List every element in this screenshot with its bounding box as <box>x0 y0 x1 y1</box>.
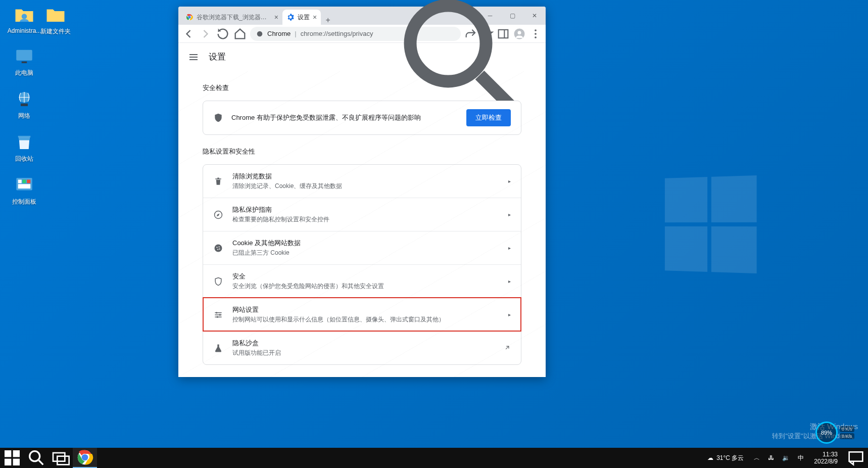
omnibox-path: chrome://settings/privacy <box>301 30 373 37</box>
row-subtitle: 试用版功能已开启 <box>232 349 495 357</box>
svg-point-29 <box>216 312 217 313</box>
svg-rect-4 <box>21 104 28 106</box>
privacy-row-flask[interactable]: 隐私沙盒试用版功能已开启 <box>203 331 521 364</box>
ime-indicator[interactable]: 中 <box>796 454 806 462</box>
notification-center-icon[interactable] <box>846 448 866 468</box>
cpu-circle: 89% <box>815 422 838 444</box>
control-panel-icon <box>14 174 35 196</box>
privacy-row-shield-outline[interactable]: 安全安全浏览（保护您免受危险网站的侵害）和其他安全设置▸ <box>203 264 521 298</box>
svg-point-12 <box>188 16 190 18</box>
tray-chevron-icon[interactable]: ︿ <box>752 454 762 462</box>
user-folder-icon <box>14 4 35 25</box>
desktop-icon-label: 回收站 <box>15 155 33 163</box>
forward-button[interactable] <box>199 27 213 41</box>
svg-rect-32 <box>5 450 11 457</box>
tab-title: 谷歌浏览器下载_浏览器官网入口 <box>197 13 271 22</box>
desktop-icon-label: 网络 <box>18 112 30 120</box>
svg-rect-38 <box>53 453 65 461</box>
privacy-row-cookie[interactable]: Cookie 及其他网站数据已阻止第三方 Cookie▸ <box>203 231 521 264</box>
desktop-icon-label: Administra... <box>8 27 41 34</box>
privacy-row-trash[interactable]: 清除浏览数据清除浏览记录、Cookie、缓存及其他数据▸ <box>203 165 521 198</box>
safety-check-card: Chrome 有助于保护您免受数据泄露、不良扩展程序等问题的影响 立即检查 <box>203 101 521 135</box>
chrome-chip-icon <box>256 30 263 37</box>
netspeed-widget[interactable]: 89% 0 K/s 0 K/s <box>815 420 866 445</box>
svg-point-26 <box>219 246 220 247</box>
svg-rect-33 <box>13 450 20 457</box>
svg-rect-7 <box>18 180 22 183</box>
desktop-icon-network[interactable]: 网络 <box>4 88 44 120</box>
search-button[interactable] <box>24 448 49 468</box>
tab-active[interactable]: 设置 × <box>282 10 321 25</box>
windows-logo-backdrop <box>665 175 757 273</box>
desktop-icon-thispc[interactable]: 此电脑 <box>4 45 44 77</box>
row-subtitle: 控制网站可以使用和显示什么信息（如位置信息、摄像头、弹出式窗口及其他） <box>232 315 499 324</box>
download-value: 0 K/s <box>840 433 854 439</box>
svg-point-28 <box>219 248 220 249</box>
close-icon[interactable]: × <box>313 13 317 21</box>
clock[interactable]: 11:33 2022/8/9 <box>810 451 842 465</box>
row-title: 隐私沙盒 <box>232 339 495 348</box>
svg-point-30 <box>219 314 221 315</box>
row-subtitle: 已阻止第三方 Cookie <box>232 249 499 257</box>
privacy-row-compass[interactable]: 隐私保护指南检查重要的隐私控制设置和安全控件▸ <box>203 198 521 231</box>
svg-line-37 <box>39 460 43 464</box>
chevron-right-icon: ▸ <box>508 245 511 251</box>
svg-point-0 <box>22 14 27 19</box>
desktop-icon-admin[interactable]: Administra... <box>4 4 44 34</box>
chevron-right-icon: ▸ <box>508 278 511 284</box>
tab-title: 设置 <box>298 13 310 22</box>
volume-tray-icon[interactable]: 🔉 <box>780 454 792 461</box>
network-tray-icon[interactable]: 🖧 <box>766 454 776 461</box>
reload-button[interactable] <box>216 27 230 41</box>
flask-icon <box>213 343 223 353</box>
system-tray: ☁ 31°C 多云 ︿ 🖧 🔉 中 11:33 2022/8/9 <box>703 448 868 468</box>
upload-value: 0 K/s <box>840 426 854 432</box>
svg-rect-35 <box>13 459 20 465</box>
hamburger-icon[interactable] <box>187 51 200 63</box>
section-safety-title: 安全检查 <box>203 83 521 92</box>
folder-icon <box>45 4 66 25</box>
settings-content: 安全检查 Chrome 有助于保护您免受数据泄露、不良扩展程序等问题的影响 立即… <box>178 71 546 377</box>
svg-rect-42 <box>849 452 863 461</box>
desktop-icon-controlpanel[interactable]: 控制面板 <box>4 174 44 206</box>
svg-rect-10 <box>18 184 31 189</box>
desktop-icons: Administra... 新建文件夹 此电脑 网络 回收站 控制面板 <box>4 4 44 217</box>
network-icon <box>14 88 35 110</box>
omnibox-chip: Chrome <box>267 30 291 37</box>
back-button[interactable] <box>181 27 196 41</box>
chevron-right-icon: ▸ <box>508 178 511 184</box>
svg-rect-8 <box>23 180 26 183</box>
privacy-row-sliders[interactable]: 网站设置控制网站可以使用和显示什么信息（如位置信息、摄像头、弹出式窗口及其他）▸ <box>203 298 521 331</box>
shield-icon <box>213 113 223 123</box>
clock-date: 2022/8/9 <box>814 458 838 465</box>
svg-point-27 <box>217 249 218 250</box>
clock-time: 11:33 <box>814 451 838 458</box>
svg-rect-1 <box>16 50 32 61</box>
new-tab-button[interactable]: + <box>321 16 335 25</box>
svg-point-31 <box>217 316 218 317</box>
desktop-icon-recycle[interactable]: 回收站 <box>4 131 44 163</box>
start-button[interactable] <box>0 448 24 468</box>
desktop-icon-newfolder[interactable]: 新建文件夹 <box>40 4 71 36</box>
taskview-button[interactable] <box>49 448 73 468</box>
chevron-right-icon: ▸ <box>508 312 511 317</box>
svg-rect-9 <box>27 180 30 183</box>
close-icon[interactable]: × <box>274 13 278 21</box>
settings-header: 设置 <box>178 43 546 71</box>
row-title: Cookie 及其他网站数据 <box>232 239 499 248</box>
row-title: 隐私保护指南 <box>232 205 499 214</box>
taskbar: ☁ 31°C 多云 ︿ 🖧 🔉 中 11:33 2022/8/9 <box>0 448 868 468</box>
cookie-icon <box>213 243 223 253</box>
safety-desc: Chrome 有助于保护您免受数据泄露、不良扩展程序等问题的影响 <box>231 113 458 122</box>
weather-widget[interactable]: ☁ 31°C 多云 <box>703 454 748 462</box>
tab-inactive[interactable]: 谷歌浏览器下载_浏览器官网入口 × <box>181 10 282 25</box>
privacy-list: 清除浏览数据清除浏览记录、Cookie、缓存及其他数据▸隐私保护指南检查重要的隐… <box>203 164 521 365</box>
settings-title: 设置 <box>209 51 226 63</box>
sliders-icon <box>213 310 223 320</box>
home-button[interactable] <box>233 27 247 41</box>
safety-check-button[interactable]: 立即检查 <box>466 109 511 126</box>
svg-rect-39 <box>57 456 69 465</box>
row-subtitle: 检查重要的隐私控制设置和安全控件 <box>232 215 499 224</box>
chrome-taskbar-icon[interactable] <box>73 448 97 468</box>
row-title: 安全 <box>232 272 499 281</box>
